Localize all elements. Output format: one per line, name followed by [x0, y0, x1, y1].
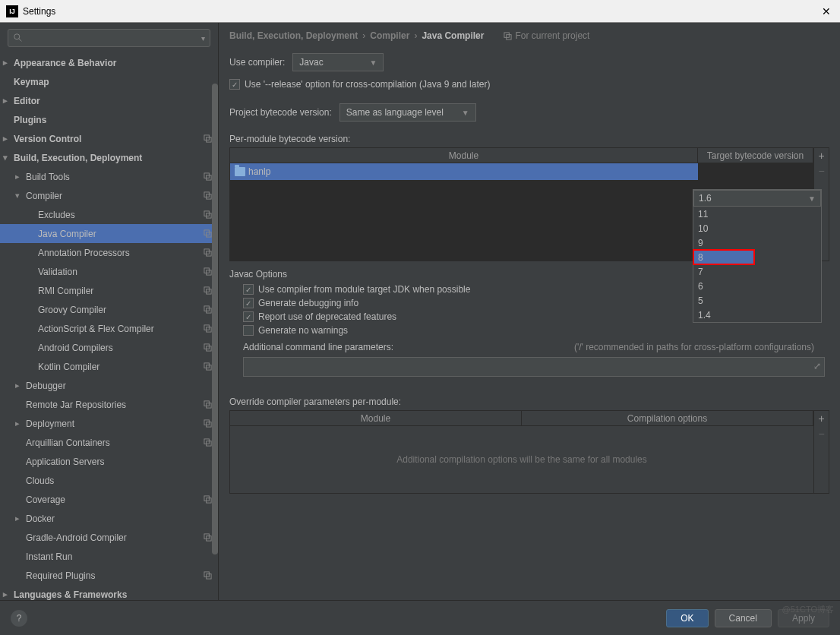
sidebar-item-groovy-compiler[interactable]: Groovy Compiler — [0, 300, 218, 319]
project-icon — [204, 229, 212, 238]
remove-module-button[interactable]: − — [818, 165, 824, 177]
cmdline-input[interactable]: ⤢ — [243, 357, 825, 377]
search-input-container[interactable]: ▾ — [8, 29, 210, 47]
module-name: hanlp — [248, 166, 270, 177]
sidebar-item-editor[interactable]: Editor — [0, 91, 218, 110]
sidebar-item-required-plugins[interactable]: Required Plugins — [0, 566, 218, 585]
project-icon — [204, 210, 212, 219]
chevron-icon — [15, 513, 24, 523]
override-module-header: Module — [230, 411, 522, 425]
sidebar-item-coverage[interactable]: Coverage — [0, 490, 218, 509]
scrollbar-thumb[interactable] — [212, 84, 218, 554]
javac-opt-checkbox-2[interactable] — [243, 311, 254, 322]
version-option-7[interactable]: 7 — [693, 264, 821, 279]
chevron-right-icon: › — [362, 30, 365, 41]
override-opts-header: Compilation options — [522, 411, 813, 425]
version-option-9[interactable]: 9 — [693, 235, 821, 250]
titlebar: IJ Settings ✕ — [0, 0, 840, 23]
version-option-10[interactable]: 10 — [693, 221, 821, 235]
javac-opt-checkbox-3[interactable] — [243, 325, 254, 336]
project-icon — [204, 495, 212, 504]
window-title: Settings — [23, 6, 819, 17]
expand-icon[interactable]: ⤢ — [813, 361, 821, 371]
breadcrumb: Build, Execution, Deployment › Compiler … — [229, 30, 829, 41]
cmdline-hint: ('/' recommended in paths for cross-plat… — [574, 342, 814, 352]
chevron-icon — [3, 589, 12, 599]
sidebar-item-plugins[interactable]: Plugins — [0, 110, 218, 129]
javac-opt-checkbox-0[interactable] — [243, 284, 254, 295]
add-override-button[interactable]: + — [818, 412, 824, 425]
chevron-icon — [3, 58, 12, 68]
sidebar-item-build-tools[interactable]: Build Tools — [0, 167, 218, 186]
sidebar-item-clouds[interactable]: Clouds — [0, 471, 218, 490]
svg-point-0 — [14, 34, 20, 39]
cmdline-label: Additional command line parameters: — [243, 342, 393, 352]
sidebar-item-docker[interactable]: Docker — [0, 509, 218, 528]
sidebar-item-compiler[interactable]: Compiler — [0, 186, 218, 205]
cancel-button[interactable]: Cancel — [715, 609, 772, 627]
ok-button[interactable]: OK — [666, 609, 708, 627]
use-compiler-dropdown[interactable]: Javac ▼ — [292, 53, 384, 71]
target-version-dropdown: 1.6 ▼ 1110987651.4 — [693, 189, 822, 323]
project-bytecode-label: Project bytecode version: — [229, 107, 332, 118]
search-icon — [13, 33, 24, 43]
project-icon — [204, 362, 212, 371]
module-col-header: Module — [230, 148, 698, 163]
sidebar-item-application-servers[interactable]: Application Servers — [0, 452, 218, 471]
main-container: ▾ Appearance & BehaviorKeymapEditorPlugi… — [0, 23, 840, 600]
target-col-header: Target bytecode version — [698, 148, 813, 163]
svg-line-1 — [19, 39, 22, 42]
search-input[interactable] — [27, 33, 201, 43]
project-icon — [504, 32, 512, 40]
add-module-button[interactable]: + — [818, 150, 824, 162]
sidebar-item-android-compilers[interactable]: Android Compilers — [0, 338, 218, 357]
javac-opt-label: Generate debugging info — [258, 298, 358, 308]
project-icon — [204, 172, 212, 181]
version-option-5[interactable]: 5 — [693, 293, 821, 308]
project-icon — [204, 305, 212, 314]
folder-icon — [235, 167, 245, 176]
chevron-down-icon[interactable]: ▾ — [201, 34, 205, 43]
project-icon — [204, 571, 212, 580]
sidebar-item-version-control[interactable]: Version Control — [0, 129, 218, 148]
sidebar-item-actionscript-flex-compiler[interactable]: ActionScript & Flex Compiler — [0, 319, 218, 338]
project-bytecode-dropdown[interactable]: Same as language level ▼ — [339, 103, 476, 122]
breadcrumb-part: Build, Execution, Deployment — [229, 30, 358, 41]
javac-opt-checkbox-1[interactable] — [243, 298, 254, 308]
sidebar-item-excludes[interactable]: Excludes — [0, 205, 218, 224]
chevron-icon — [15, 419, 24, 428]
project-icon — [204, 533, 212, 542]
target-version-input[interactable]: 1.6 ▼ — [693, 190, 821, 207]
javac-opt-label: Use compiler from module target JDK when… — [258, 284, 470, 295]
chevron-right-icon: › — [414, 30, 417, 41]
version-options-list: 1110987651.4 — [693, 207, 821, 322]
project-icon — [204, 324, 212, 333]
table-row[interactable]: hanlp — [230, 163, 813, 180]
sidebar-item-languages-frameworks[interactable]: Languages & Frameworks — [0, 585, 218, 600]
override-label: Override compiler parameters per-module: — [229, 396, 829, 407]
release-option-checkbox[interactable] — [229, 79, 240, 90]
sidebar-item-debugger[interactable]: Debugger — [0, 376, 218, 395]
sidebar-item-kotlin-compiler[interactable]: Kotlin Compiler — [0, 357, 218, 376]
release-option-label: Use '--release' option for cross-compila… — [245, 79, 490, 90]
version-option-1.4[interactable]: 1.4 — [693, 308, 821, 322]
sidebar-item-gradle-android-compiler[interactable]: Gradle-Android Compiler — [0, 528, 218, 547]
sidebar-item-instant-run[interactable]: Instant Run — [0, 547, 218, 566]
sidebar-item-annotation-processors[interactable]: Annotation Processors — [0, 243, 218, 262]
sidebar-item-validation[interactable]: Validation — [0, 262, 218, 281]
breadcrumb-part: Java Compiler — [422, 30, 484, 41]
version-option-11[interactable]: 11 — [693, 207, 821, 221]
version-option-6[interactable]: 6 — [693, 279, 821, 293]
version-option-8[interactable]: 8 — [693, 250, 754, 264]
sidebar-item-remote-jar-repositories[interactable]: Remote Jar Repositories — [0, 395, 218, 414]
sidebar-item-appearance-behavior[interactable]: Appearance & Behavior — [0, 53, 218, 72]
sidebar-item-java-compiler[interactable]: Java Compiler — [0, 224, 218, 243]
remove-override-button[interactable]: − — [818, 428, 824, 440]
sidebar-item-build-execution-deployment[interactable]: Build, Execution, Deployment — [0, 148, 218, 167]
sidebar-item-arquillian-containers[interactable]: Arquillian Containers — [0, 433, 218, 452]
sidebar-item-rmi-compiler[interactable]: RMI Compiler — [0, 281, 218, 300]
help-button[interactable]: ? — [11, 610, 27, 627]
sidebar-item-deployment[interactable]: Deployment — [0, 414, 218, 433]
sidebar-item-keymap[interactable]: Keymap — [0, 72, 218, 91]
close-icon[interactable]: ✕ — [819, 5, 834, 17]
